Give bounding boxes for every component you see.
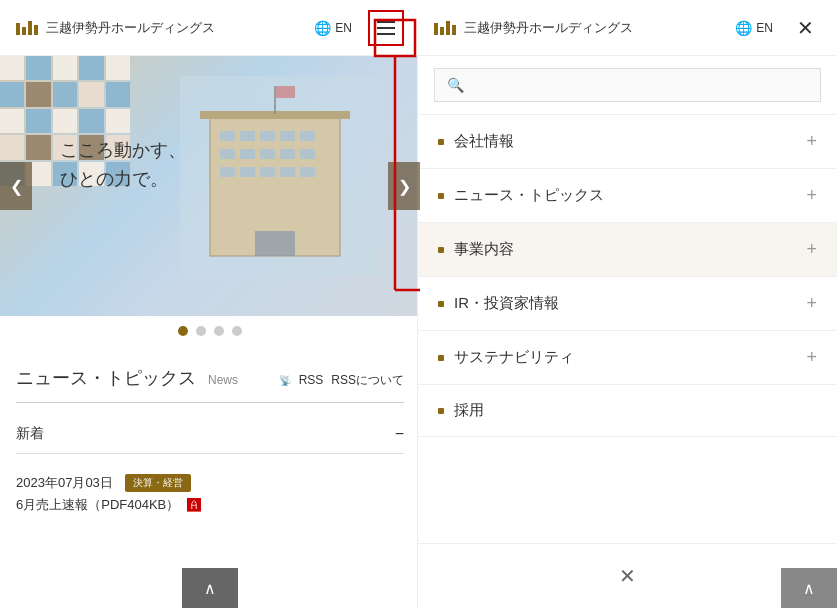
news-title-row: ニュース・トピックス News (16, 366, 238, 390)
hero-text-line2: ひとの力で。 (60, 165, 186, 194)
filter-minus-icon: − (395, 425, 404, 443)
nav-item-ir-label: IR・投資家情報 (454, 294, 559, 313)
logo-bar-4 (34, 25, 38, 35)
nav-plus-business: + (806, 239, 817, 260)
nav-bullet-recruit (438, 408, 444, 414)
news-tag: 決算・経営 (125, 474, 191, 492)
svg-rect-16 (280, 167, 295, 177)
right-header: 三越伊勢丹ホールディングス 🌐 EN ✕ (418, 0, 837, 56)
nav-item-news-left: ニュース・トピックス (438, 186, 604, 205)
logo-text: 三越伊勢丹ホールディングス (46, 19, 215, 37)
news-content-link[interactable]: 6月売上速報（PDF404KB） (16, 496, 179, 514)
back-to-top-button[interactable]: ∧ (182, 568, 238, 608)
news-section: ニュース・トピックス News 📡 RSS RSSについて 新着 − 2023年… (0, 346, 420, 522)
svg-rect-13 (220, 167, 235, 177)
nav-item-business-left: 事業内容 (438, 240, 514, 259)
menu-line-3 (377, 33, 395, 35)
rss-link[interactable]: RSS (299, 373, 324, 387)
nav-item-recruit-left: 採用 (438, 401, 484, 420)
back-to-top-right-button[interactable]: ∧ (781, 568, 837, 608)
nav-item-ir[interactable]: IR・投資家情報 + (418, 277, 837, 331)
menu-button[interactable] (368, 10, 404, 46)
nav-item-recruit-label: 採用 (454, 401, 484, 420)
next-arrow[interactable]: ❯ (388, 162, 420, 210)
news-title-jp: ニュース・トピックス (16, 366, 196, 390)
logo-bar-3 (28, 21, 32, 35)
dot-4[interactable] (232, 326, 242, 336)
nav-close-button[interactable]: ✕ (789, 12, 821, 44)
nav-item-recruit[interactable]: 採用 (418, 385, 837, 437)
news-content-row: 6月売上速報（PDF404KB） 🅰 (16, 496, 404, 514)
nav-bullet-company (438, 139, 444, 145)
svg-rect-3 (220, 131, 235, 141)
nav-list: 会社情報 + ニュース・トピックス + 事業内容 + IR・投資家情報 + (418, 115, 837, 543)
prev-arrow[interactable]: ❮ (0, 162, 32, 210)
bottom-close-button[interactable]: ✕ (608, 556, 648, 596)
nav-item-sustainability-left: サステナビリティ (438, 348, 574, 367)
nav-item-business-label: 事業内容 (454, 240, 514, 259)
right-header-logo: 三越伊勢丹ホールディングス (434, 19, 633, 37)
lang-button[interactable]: 🌐 EN (314, 20, 352, 36)
dot-1[interactable] (178, 326, 188, 336)
right-globe-icon: 🌐 (735, 20, 752, 36)
hero-text: こころ動かす、 ひとの力で。 (60, 136, 186, 194)
nav-item-company-label: 会社情報 (454, 132, 514, 151)
rss-about-link[interactable]: RSSについて (331, 372, 404, 389)
svg-rect-5 (260, 131, 275, 141)
filter-row[interactable]: 新着 − (16, 415, 404, 454)
menu-line-2 (377, 27, 395, 29)
nav-plus-news: + (806, 185, 817, 206)
header-logo: 三越伊勢丹ホールディングス (16, 19, 215, 37)
nav-bullet-sustainability (438, 355, 444, 361)
svg-rect-7 (300, 131, 315, 141)
news-item: 2023年07月03日 決算・経営 6月売上速報（PDF404KB） 🅰 (16, 466, 404, 522)
dot-3[interactable] (214, 326, 224, 336)
building-illustration (180, 76, 380, 276)
hero-text-line1: こころ動かす、 (60, 136, 186, 165)
nav-item-company[interactable]: 会社情報 + (418, 115, 837, 169)
svg-rect-9 (240, 149, 255, 159)
news-links: 📡 RSS RSSについて (279, 372, 404, 389)
nav-item-company-left: 会社情報 (438, 132, 514, 151)
logo-bar-1 (16, 23, 20, 35)
bottom-close-area: ✕ (418, 543, 837, 608)
left-panel: 三越伊勢丹ホールディングス 🌐 EN (0, 0, 420, 608)
news-title-bar: ニュース・トピックス News 📡 RSS RSSについて (16, 366, 404, 403)
nav-item-business[interactable]: 事業内容 + (418, 223, 837, 277)
header-right: 🌐 EN (314, 10, 404, 46)
r-logo-bar-4 (452, 25, 456, 35)
nav-item-ir-left: IR・投資家情報 (438, 294, 559, 313)
chevron-up-icon: ∧ (204, 579, 216, 598)
logo-bar-2 (22, 27, 26, 35)
filter-label: 新着 (16, 425, 44, 443)
news-date-row: 2023年07月03日 決算・経営 (16, 474, 404, 492)
lang-label: EN (335, 21, 352, 35)
chevron-up-right-icon: ∧ (803, 579, 815, 598)
search-input[interactable] (472, 77, 808, 93)
nav-plus-sustainability: + (806, 347, 817, 368)
svg-rect-17 (300, 167, 315, 177)
svg-rect-19 (255, 231, 295, 256)
pdf-icon: 🅰 (187, 497, 201, 513)
search-bar: 🔍 (418, 56, 837, 115)
right-logo-icon (434, 21, 456, 35)
r-logo-bar-3 (446, 21, 450, 35)
hero-slider: こころ動かす、 ひとの力で。 ❮ ❯ (0, 56, 420, 316)
right-logo-text: 三越伊勢丹ホールディングス (464, 19, 633, 37)
left-header: 三越伊勢丹ホールディングス 🌐 EN (0, 0, 420, 56)
svg-rect-8 (220, 149, 235, 159)
svg-rect-14 (240, 167, 255, 177)
r-logo-bar-2 (440, 27, 444, 35)
nav-item-sustainability[interactable]: サステナビリティ + (418, 331, 837, 385)
nav-item-news[interactable]: ニュース・トピックス + (418, 169, 837, 223)
dot-2[interactable] (196, 326, 206, 336)
nav-item-sustainability-label: サステナビリティ (454, 348, 574, 367)
svg-rect-4 (240, 131, 255, 141)
right-lang-button[interactable]: 🌐 EN (735, 20, 773, 36)
search-input-wrapper: 🔍 (434, 68, 821, 102)
rss-icon: 📡 (279, 375, 291, 386)
bottom-close-icon: ✕ (619, 564, 636, 588)
globe-icon: 🌐 (314, 20, 331, 36)
menu-line-1 (377, 21, 395, 23)
search-icon: 🔍 (447, 77, 464, 93)
